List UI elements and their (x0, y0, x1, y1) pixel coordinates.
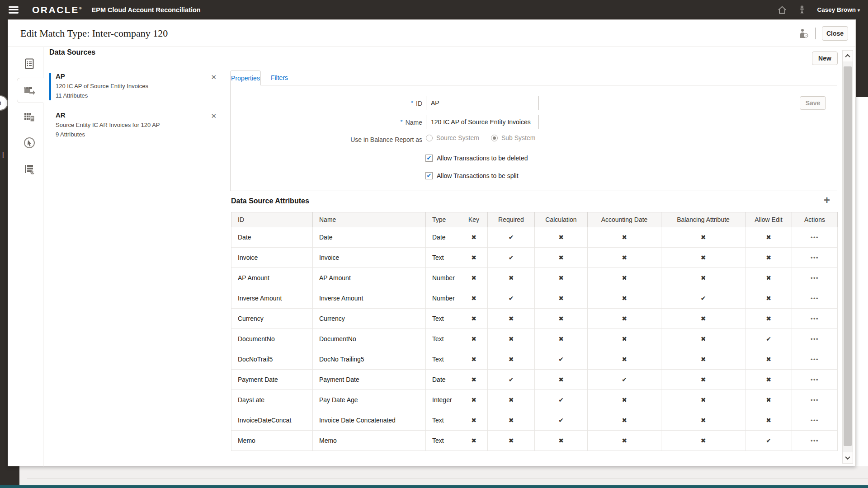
radio-label: Source System (436, 134, 479, 141)
cross-mark-icon: ✖ (701, 254, 706, 261)
tab-filters[interactable]: Filters (268, 70, 291, 85)
hamburger-menu-icon[interactable] (9, 6, 19, 14)
row-actions-menu-icon[interactable]: ••• (811, 356, 819, 363)
attribute-name: Date (313, 227, 426, 248)
checkbox-row: ✔Allow Transactions to be deleted (425, 155, 528, 162)
name-field[interactable] (426, 115, 539, 129)
attribute-id: Date (231, 227, 313, 248)
attribute-row[interactable]: InvoiceDateConcatInvoice Date Concatenat… (231, 410, 838, 431)
remove-data-source-icon[interactable]: ✕ (211, 73, 217, 81)
background-left-rail: i [ (0, 19, 8, 488)
attribute-type: Text (426, 309, 460, 329)
radio-source-system[interactable] (426, 135, 433, 141)
cross-mark-icon: ✖ (471, 356, 476, 363)
column-header-name: Name (313, 212, 426, 227)
checkbox[interactable]: ✔ (425, 172, 433, 179)
auto-match-pointer-icon[interactable] (23, 136, 36, 149)
column-header-key: Key (460, 212, 488, 227)
user-menu[interactable]: Casey Brown▾ (817, 6, 860, 13)
cross-mark-icon: ✖ (471, 315, 476, 322)
new-button[interactable]: New (812, 52, 838, 65)
check-mark-icon: ✔ (701, 295, 706, 302)
cross-mark-icon: ✖ (509, 396, 514, 404)
attribute-row[interactable]: MemoMemoText✖✖✖✖✖✔••• (231, 431, 838, 451)
cross-mark-icon: ✖ (766, 376, 771, 383)
check-mark-icon: ✔ (558, 356, 564, 363)
dialog-scrollbar[interactable] (842, 50, 853, 464)
radio-sub-system[interactable] (491, 135, 498, 141)
data-sources-icon[interactable] (23, 84, 36, 97)
attribute-row[interactable]: DateDateDate✖✔✖✖✖✖••• (231, 227, 838, 248)
background-peek-bracket: [ (2, 150, 4, 158)
row-actions-menu-icon[interactable]: ••• (811, 336, 819, 343)
attribute-row[interactable]: AP AmountAP AmountNumber✖✖✖✖✖✖••• (231, 268, 838, 288)
adjustment-settings-icon[interactable] (23, 163, 36, 176)
oracle-logo: ORACLE® (32, 5, 82, 15)
data-source-id: AR (56, 111, 217, 119)
attribute-row[interactable]: DocumentNoDocumentNoText✖✖✖✖✖✔••• (231, 329, 838, 349)
row-actions-menu-icon[interactable]: ••• (811, 315, 819, 322)
column-header-id: ID (231, 212, 313, 227)
cross-mark-icon: ✖ (471, 417, 476, 424)
row-actions-menu-icon[interactable]: ••• (811, 417, 819, 424)
cross-mark-icon: ✖ (509, 356, 514, 363)
attribute-type: Number (426, 288, 460, 309)
row-actions-menu-icon[interactable]: ••• (811, 254, 819, 261)
attribute-type: Integer (426, 390, 460, 410)
required-mark: * (401, 118, 403, 125)
radio-label: Sub System (501, 134, 535, 141)
check-mark-icon: ✔ (509, 295, 514, 302)
user-assistance-icon[interactable]: ? (799, 28, 809, 39)
tab-properties[interactable]: Properties (230, 70, 261, 85)
attribute-type: Text (426, 329, 460, 349)
row-actions-menu-icon[interactable]: ••• (811, 275, 819, 282)
attribute-row[interactable]: Inverse AmountInverse AmountNumber✖✔✖✖✔✖… (231, 288, 838, 309)
bottom-teal-strip (0, 485, 868, 488)
check-mark-icon: ✔ (558, 417, 564, 424)
scroll-down-button[interactable] (843, 452, 853, 463)
cross-mark-icon: ✖ (471, 274, 476, 282)
cross-mark-icon: ✖ (509, 335, 514, 343)
checkbox[interactable]: ✔ (425, 155, 433, 162)
save-button[interactable]: Save (800, 96, 826, 110)
remove-data-source-icon[interactable]: ✕ (211, 112, 217, 120)
add-attribute-icon[interactable]: + (822, 195, 832, 205)
attribute-row[interactable]: CurrencyCurrencyText✖✖✖✖✖✖••• (231, 309, 838, 329)
row-actions-menu-icon[interactable]: ••• (811, 397, 819, 404)
cross-mark-icon: ✖ (766, 254, 771, 261)
cross-mark-icon: ✖ (766, 356, 771, 363)
attribute-type: Text (426, 248, 460, 268)
check-mark-icon: ✔ (766, 437, 771, 444)
row-actions-menu-icon[interactable]: ••• (811, 437, 819, 444)
cross-mark-icon: ✖ (701, 274, 706, 282)
scrollbar-thumb[interactable] (844, 66, 852, 446)
cross-mark-icon: ✖ (471, 335, 476, 343)
column-header-balancing-attribute: Balancing Attribute (661, 212, 745, 227)
attribute-type: Date (426, 370, 460, 390)
data-source-card[interactable]: ✕AP120 IC AP of Source Entity Invoices11… (49, 72, 217, 99)
rail-border (43, 47, 43, 78)
accessibility-person-icon[interactable] (797, 5, 807, 15)
attribute-row[interactable]: DaysLatePay Date AgeInteger✖✖✔✖✖✖••• (231, 390, 838, 410)
cross-mark-icon: ✖ (622, 417, 627, 424)
cross-mark-icon: ✖ (766, 417, 771, 424)
attribute-row[interactable]: InvoiceInvoiceText✖✔✖✖✖✖••• (231, 248, 838, 268)
row-actions-menu-icon[interactable]: ••• (811, 295, 819, 302)
row-actions-menu-icon[interactable]: ••• (811, 234, 819, 241)
attribute-name: Invoice Date Concatenated (313, 410, 426, 431)
row-actions-menu-icon[interactable]: ••• (811, 376, 819, 383)
attribute-row[interactable]: Payment DatePayment DateDate✖✔✖✔✖✖••• (231, 370, 838, 390)
properties-page-icon[interactable] (23, 57, 36, 70)
background-divider-line (27, 479, 868, 479)
cross-mark-icon: ✖ (558, 274, 564, 282)
data-source-card[interactable]: ✕ARSource Entity IC AR Invoices for 120 … (49, 111, 217, 138)
attribute-id: Invoice (231, 248, 313, 268)
cross-mark-icon: ✖ (622, 254, 627, 261)
id-field[interactable] (426, 96, 539, 110)
home-icon[interactable] (777, 5, 787, 15)
scroll-up-button[interactable] (843, 51, 853, 61)
attribute-row[interactable]: DocNoTrail5DocNo Trailing5Text✖✖✔✖✖✖••• (231, 349, 838, 370)
attribute-name: Inverse Amount (313, 288, 426, 309)
match-process-grid-icon[interactable] (23, 111, 36, 123)
close-button[interactable]: Close (822, 26, 848, 41)
